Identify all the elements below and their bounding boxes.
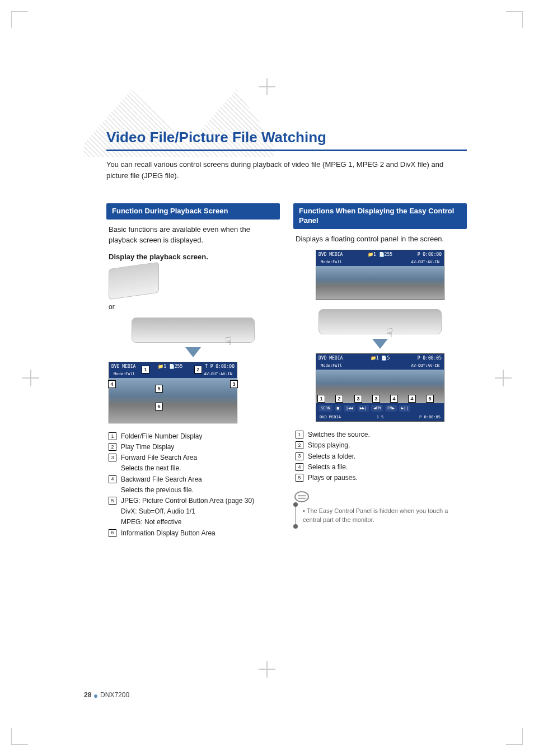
r2-file: 5 xyxy=(387,356,390,361)
num-3: 3 xyxy=(109,454,116,461)
r2-time: P 0:00:05 xyxy=(418,356,442,361)
note-text: • The Easy Control Panel is hidden when … xyxy=(296,505,467,526)
item-3-sub: Selects the next file. xyxy=(121,463,278,474)
r1-photo xyxy=(316,266,444,300)
callout-1: 1 xyxy=(317,395,325,403)
left-subhead: Display the playback screen. xyxy=(109,253,278,261)
rnum-4: 4 xyxy=(296,463,303,471)
num-5: 5 xyxy=(109,497,116,505)
r1-source: DVD MEDIA xyxy=(318,252,343,257)
playback-screen-illustration: DVD MEDIA 📁1 📄255 T P 0:00:00 Mode:Full … xyxy=(109,362,237,423)
r1-folder: 1 xyxy=(373,252,376,257)
fm-prev-button[interactable]: ◀FM xyxy=(371,405,383,412)
left-list: 1Folder/File Number Display 2Play Time D… xyxy=(109,431,278,539)
playback-photo-area: 1 2 3 4 5 6 xyxy=(109,378,237,423)
callout-2: 2 xyxy=(335,395,343,403)
item-1: Folder/File Number Display xyxy=(121,431,202,442)
item-5: JPEG: Picture Control Button Area (page … xyxy=(121,496,254,506)
status-time: T P 0:00:00 xyxy=(205,364,235,369)
page-number: 28 xyxy=(84,691,91,699)
footer-model: DNX7200 xyxy=(100,691,129,699)
ritem-5: Plays or pauses. xyxy=(308,473,358,483)
ritem-4: Selects a file. xyxy=(308,462,348,473)
easy-control-strip: SCRN ■ |◀◀ ▶▶| ◀FM FM▶ ▶|| 1 2 3 3 4 4 5 xyxy=(316,403,444,413)
registration-mark xyxy=(259,661,275,678)
right-list: 1Switches the source. 2Stops playing. 3S… xyxy=(296,430,465,483)
r2-folder: 1 xyxy=(376,356,379,361)
crop-mark xyxy=(11,728,28,745)
status-avout: AV-OUT:AV-IN xyxy=(204,372,232,376)
faceplate-illustration-2: ☟ xyxy=(318,309,442,334)
registration-mark xyxy=(495,370,512,386)
r1-time: P 0:00:00 xyxy=(418,252,442,257)
callout-5: 5 xyxy=(155,385,163,393)
r2-avout: AV-OUT:AV-IN xyxy=(411,363,439,368)
crop-mark xyxy=(506,11,523,28)
page-title: Video File/Picture File Watching xyxy=(106,129,467,151)
touch-hand-icon: ☟ xyxy=(386,326,393,339)
num-4: 4 xyxy=(109,475,116,483)
item-5-sub2: MPEG: Not effective xyxy=(121,517,278,528)
bottom-status-right: P 0:00:05 xyxy=(419,415,441,419)
bottom-status-mid: 1 5 xyxy=(377,415,384,419)
or-label: or xyxy=(109,303,278,311)
crop-mark xyxy=(11,11,28,28)
arrow-down-icon xyxy=(372,339,388,349)
note-content: The Easy Control Panel is hidden when yo… xyxy=(303,507,448,522)
ritem-3: Selects a folder. xyxy=(308,451,355,462)
item-6: Information Display Button Area xyxy=(121,528,216,539)
callout-3b: 3 xyxy=(372,395,380,403)
prev-button[interactable]: |◀◀ xyxy=(344,405,355,412)
left-heading: Function During Playback Screen xyxy=(106,203,280,220)
item-2: Play Time Display xyxy=(121,442,174,452)
r1-file: 255 xyxy=(385,252,392,257)
page-footer: 28 ● DNX7200 xyxy=(84,691,129,700)
ritem-1: Switches the source. xyxy=(308,430,370,440)
right-body: Displays a floating control panel in the… xyxy=(296,234,465,245)
left-column: Function During Playback Screen Basic fu… xyxy=(106,203,280,547)
touch-hand-icon: ☟ xyxy=(225,334,232,348)
callout-3: 3 xyxy=(230,380,238,388)
rnum-1: 1 xyxy=(296,431,303,438)
registration-mark xyxy=(259,78,275,95)
r2-mode: Mode:Full xyxy=(321,363,342,368)
item-3: Forward File Search Area xyxy=(121,452,197,463)
status-source: DVD MEDIA xyxy=(111,364,135,369)
callout-3: 3 xyxy=(354,395,362,403)
num-6: 6 xyxy=(109,529,116,537)
callout-4b: 4 xyxy=(408,395,416,403)
scrn-button[interactable]: SCRN xyxy=(318,405,332,412)
r1-avout: AV-OUT:AV-IN xyxy=(411,260,439,264)
callout-4: 4 xyxy=(390,395,398,403)
crop-mark xyxy=(506,728,523,745)
callout-2: 2 xyxy=(194,366,202,374)
next-button[interactable]: ▶▶| xyxy=(358,405,369,412)
callout-4: 4 xyxy=(108,380,116,388)
stop-button[interactable]: ■ xyxy=(335,405,341,412)
rnum-2: 2 xyxy=(296,441,303,449)
item-4-sub: Selects the previous file. xyxy=(121,485,278,496)
intro-text: You can recall various control screens d… xyxy=(106,159,467,181)
r1-mode: Mode:Full xyxy=(321,260,342,264)
callout-6: 6 xyxy=(155,403,163,410)
footer-bullet-icon: ● xyxy=(93,691,100,700)
num-2: 2 xyxy=(109,443,116,451)
arrow-down-icon xyxy=(185,347,201,357)
status-mode: Mode:Full xyxy=(114,372,135,376)
ritem-2: Stops playing. xyxy=(308,440,350,451)
callout-1: 1 xyxy=(142,366,149,374)
r2-source: DVD MEDIA xyxy=(318,356,343,361)
status-file: 255 xyxy=(175,364,182,369)
easy-panel-screen-1: DVD MEDIA 📁1 📄255 P 0:00:00 Mode:Full AV… xyxy=(316,250,444,300)
note-icon xyxy=(294,491,309,502)
right-heading: Functions When Displaying the Easy Contr… xyxy=(293,203,467,229)
bottom-status-left: DVD MEDIA xyxy=(320,415,341,419)
fm-next-button[interactable]: FM▶ xyxy=(385,405,397,412)
play-pause-button[interactable]: ▶|| xyxy=(399,405,411,412)
registration-mark xyxy=(22,370,39,386)
device-front-illustration xyxy=(109,262,159,300)
faceplate-illustration: ☟ xyxy=(132,318,255,343)
item-5-sub1: DivX: Sub=Off, Audio 1/1 xyxy=(121,506,278,517)
item-4: Backward File Search Area xyxy=(121,474,202,485)
callout-5: 5 xyxy=(426,395,434,403)
